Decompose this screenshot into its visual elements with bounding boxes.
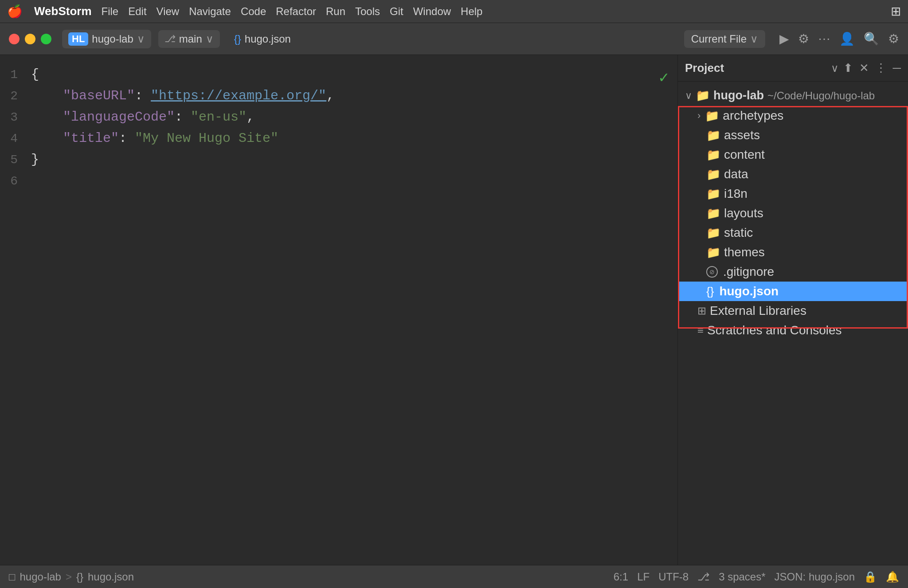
- status-project-name: hugo-lab: [20, 571, 61, 583]
- cursor-position[interactable]: 6:1: [614, 571, 628, 583]
- search-icon[interactable]: 🔍: [864, 31, 879, 46]
- menu-bar: 🍎 WebStorm File Edit View Navigate Code …: [0, 0, 908, 23]
- encoding[interactable]: UTF-8: [658, 571, 689, 583]
- tree-item-themes[interactable]: 📁 themes: [678, 243, 908, 262]
- line-number-6: 6: [0, 172, 31, 192]
- notification-icon[interactable]: 🔔: [886, 571, 899, 583]
- tree-item-i18n[interactable]: 📁 i18n: [678, 184, 908, 204]
- project-selector[interactable]: HL hugo-lab ∨: [62, 30, 151, 48]
- project-panel-header: Project ∨ ⬆ ✕ ⋮ ─: [678, 55, 908, 82]
- breadcrumb-chevron-icon: >: [66, 571, 72, 583]
- menu-navigate[interactable]: Navigate: [189, 5, 231, 18]
- toolbar: HL hugo-lab ∨ ⎇ main ∨ {} hugo.json Curr…: [0, 23, 908, 55]
- tree-item-label: hugo.json: [719, 284, 779, 298]
- apple-logo-icon: 🍎: [7, 4, 23, 19]
- current-file-label: Current File: [691, 33, 747, 45]
- run-button[interactable]: ▶: [779, 31, 789, 46]
- tree-item-scratches[interactable]: ≡ Scratches and Consoles: [678, 321, 908, 340]
- tree-item-label: static: [724, 226, 753, 240]
- root-folder-icon: 📁: [696, 89, 710, 102]
- external-libraries-icon: ⊞: [697, 305, 706, 317]
- tree-item-hugo-json[interactable]: {} hugo.json: [678, 282, 908, 301]
- line-number-5: 5: [0, 150, 31, 170]
- menu-view[interactable]: View: [157, 5, 180, 18]
- dropdown-selector-icon[interactable]: ∨: [831, 62, 839, 74]
- editor[interactable]: ✓ 1 { 2 "baseURL": "https://example.org/…: [0, 55, 677, 565]
- tree-item-layouts[interactable]: 📁 layouts: [678, 204, 908, 223]
- collapse-all-icon[interactable]: ⬆: [843, 61, 853, 75]
- tree-item-data[interactable]: 📁 data: [678, 165, 908, 184]
- status-file-icon: {}: [76, 571, 83, 583]
- tree-item-label: assets: [724, 128, 760, 142]
- project-root-item[interactable]: ∨ 📁 hugo-lab ~/Code/Hugo/hugo-lab: [678, 85, 908, 106]
- project-name: hugo-lab: [92, 33, 133, 45]
- menu-help[interactable]: Help: [461, 5, 482, 18]
- file-tab[interactable]: {} hugo.json: [227, 30, 298, 48]
- file-type[interactable]: JSON: hugo.json: [775, 571, 855, 583]
- tree-item-label: layouts: [724, 206, 763, 220]
- main-area: ✓ 1 { 2 "baseURL": "https://example.org/…: [0, 55, 908, 565]
- tree-item-archetypes[interactable]: › 📁 archetypes: [678, 106, 908, 125]
- menu-code[interactable]: Code: [241, 5, 266, 18]
- json-file-icon: {}: [706, 285, 714, 298]
- close-button[interactable]: [9, 34, 20, 44]
- debug-button[interactable]: ⚙: [798, 31, 809, 46]
- branch-icon: ⎇: [164, 33, 176, 45]
- editor-line-1: 1 {: [0, 64, 677, 85]
- hl-badge: HL: [68, 32, 88, 46]
- menu-tools[interactable]: Tools: [355, 5, 380, 18]
- close-panel-icon[interactable]: ✕: [859, 61, 869, 75]
- tree-item-label: .gitignore: [723, 265, 774, 279]
- minimize-panel-icon[interactable]: ─: [893, 61, 901, 75]
- current-file-button[interactable]: Current File ∨: [684, 30, 765, 48]
- menu-run[interactable]: Run: [326, 5, 345, 18]
- menu-file[interactable]: File: [102, 5, 119, 18]
- traffic-lights: [9, 34, 51, 44]
- tree-item-external-libraries[interactable]: ⊞ External Libraries: [678, 301, 908, 321]
- line-number-1: 1: [0, 65, 31, 85]
- menu-refactor[interactable]: Refactor: [276, 5, 316, 18]
- tree-item-label: archetypes: [723, 109, 783, 123]
- folder-icon: 📁: [705, 109, 719, 123]
- file-tab-name: hugo.json: [245, 33, 291, 45]
- tree-item-assets[interactable]: 📁 assets: [678, 125, 908, 145]
- scratches-label: Scratches and Consoles: [707, 323, 842, 337]
- line-content-4: "title": "My New Hugo Site": [31, 128, 278, 149]
- tree-item-label: data: [724, 167, 748, 181]
- editor-line-5: 5 }: [0, 149, 677, 170]
- folder-icon: 📁: [706, 148, 720, 162]
- tree-item-static[interactable]: 📁 static: [678, 223, 908, 243]
- indent-status[interactable]: 3 spaces*: [719, 571, 765, 583]
- json-file-icon: {}: [234, 33, 241, 45]
- status-bar: □ hugo-lab > {} hugo.json 6:1 LF UTF-8 ⎇…: [0, 565, 908, 588]
- project-dropdown-icon: ∨: [137, 33, 145, 45]
- minimize-button[interactable]: [25, 34, 35, 44]
- menu-edit[interactable]: Edit: [128, 5, 146, 18]
- folder-icon: 📁: [706, 187, 720, 201]
- root-expand-chevron: ∨: [685, 90, 692, 102]
- tree-items-container: › 📁 archetypes 📁 assets 📁 content: [678, 106, 908, 301]
- lock-icon: 🔒: [864, 571, 877, 583]
- editor-line-6: 6: [0, 170, 677, 192]
- root-name: hugo-lab: [713, 89, 764, 102]
- control-center-icon[interactable]: ⊞: [891, 4, 901, 19]
- line-content-5: }: [31, 149, 39, 170]
- line-content-6: [31, 170, 39, 192]
- tree-item-label: themes: [724, 245, 765, 259]
- git-status-icon: ⎇: [697, 571, 710, 583]
- tree-item-content[interactable]: 📁 content: [678, 145, 908, 165]
- menu-window[interactable]: Window: [413, 5, 451, 18]
- line-ending[interactable]: LF: [637, 571, 650, 583]
- folder-icon: 📁: [706, 226, 720, 240]
- checkmark-icon: ✓: [659, 66, 669, 91]
- more-options-button[interactable]: ⋯: [818, 31, 830, 46]
- line-content-1: {: [31, 64, 39, 85]
- branch-selector[interactable]: ⎇ main ∨: [158, 30, 220, 48]
- settings-icon[interactable]: ⚙: [888, 31, 899, 46]
- menu-git[interactable]: Git: [390, 5, 403, 18]
- panel-options-icon[interactable]: ⋮: [875, 61, 887, 75]
- expand-chevron-icon: ›: [697, 110, 701, 122]
- user-icon[interactable]: 👤: [839, 31, 855, 46]
- maximize-button[interactable]: [41, 34, 51, 44]
- tree-item-gitignore[interactable]: ⊘ .gitignore: [678, 262, 908, 282]
